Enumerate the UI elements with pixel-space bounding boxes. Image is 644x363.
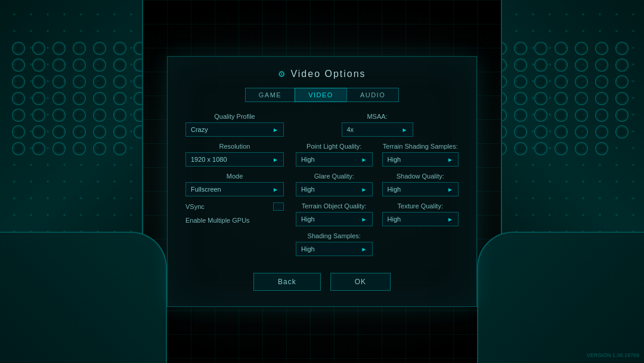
shadow-quality-label: Shadow Quality: bbox=[382, 173, 459, 180]
terrain-object-arrow: ► bbox=[361, 216, 367, 223]
right-sub-col: Terrain Shading Samples: High ► Shadow Q… bbox=[382, 143, 459, 262]
msaa-arrow: ► bbox=[402, 127, 408, 133]
texture-quality-value: High bbox=[388, 216, 401, 223]
terrain-object-value: High bbox=[301, 216, 315, 223]
tab-video[interactable]: VIDEO bbox=[295, 88, 346, 102]
right-column: MSAA: 4x ► Point Light Quality: High ► bbox=[296, 113, 459, 262]
resolution-label: Resolution bbox=[185, 143, 284, 150]
tab-audio[interactable]: AUDIO bbox=[346, 88, 399, 102]
mode-value: Fullscreen bbox=[191, 186, 221, 193]
point-light-arrow: ► bbox=[361, 156, 367, 163]
circle-grid-left bbox=[6, 36, 143, 161]
quality-profile-dropdown[interactable]: Crazy ► bbox=[185, 122, 284, 137]
shadow-quality-arrow: ► bbox=[447, 186, 453, 193]
content-area: Quality Profile Crazy ► Resolution 1920 … bbox=[185, 113, 459, 262]
glare-value: High bbox=[301, 186, 315, 193]
texture-quality-label: Texture Quality: bbox=[382, 202, 459, 210]
terrain-shading-value: High bbox=[388, 156, 401, 163]
terrain-object-label: Terrain Object Quality: bbox=[296, 202, 373, 210]
shading-samples-dropdown[interactable]: High ► bbox=[296, 242, 373, 256]
enable-gpus-row: Enable Multiple GPUs bbox=[185, 217, 284, 224]
point-light-dropdown[interactable]: High ► bbox=[296, 152, 373, 167]
shading-samples-label: Shading Samples: bbox=[296, 232, 373, 239]
ok-button[interactable]: OK bbox=[330, 273, 391, 291]
msaa-label: MSAA: bbox=[296, 113, 459, 120]
shading-samples-value: High bbox=[301, 245, 315, 253]
vsync-row: VSync bbox=[185, 202, 284, 211]
msaa-value: 4x bbox=[347, 126, 354, 133]
shadow-quality-value: High bbox=[388, 186, 401, 193]
terrain-object-group: Terrain Object Quality: High ► bbox=[296, 202, 373, 226]
terrain-shading-arrow: ► bbox=[447, 156, 453, 163]
resolution-arrow: ► bbox=[273, 156, 278, 163]
point-light-value: High bbox=[301, 156, 315, 163]
terrain-shading-dropdown[interactable]: High ► bbox=[382, 152, 459, 167]
msaa-dropdown[interactable]: 4x ► bbox=[342, 122, 413, 137]
point-light-group: Point Light Quality: High ► bbox=[296, 143, 373, 167]
circle-grid-right bbox=[501, 36, 638, 161]
texture-quality-dropdown[interactable]: High ► bbox=[382, 212, 459, 226]
shadow-quality-dropdown[interactable]: High ► bbox=[382, 182, 459, 196]
shading-samples-arrow: ► bbox=[361, 246, 367, 253]
resolution-value: 1920 x 1080 bbox=[191, 156, 227, 163]
glare-dropdown[interactable]: High ► bbox=[296, 182, 373, 196]
vsync-checkbox[interactable] bbox=[273, 202, 284, 211]
terrain-object-dropdown[interactable]: High ► bbox=[296, 212, 373, 226]
shading-samples-group: Shading Samples: High ► bbox=[296, 232, 373, 256]
vsync-label: VSync bbox=[185, 203, 205, 210]
enable-gpus-label: Enable Multiple GPUs bbox=[185, 217, 250, 224]
mode-arrow: ► bbox=[273, 186, 278, 193]
quality-profile-label: Quality Profile bbox=[185, 113, 284, 120]
left-column: Quality Profile Crazy ► Resolution 1920 … bbox=[185, 113, 284, 262]
video-options-dialog: ⚙ Video Options GAME VIDEO AUDIO Quality… bbox=[167, 56, 477, 307]
deco-bottom-left bbox=[0, 232, 167, 363]
dialog-title-bar: ⚙ Video Options bbox=[185, 69, 459, 79]
tab-bar: GAME VIDEO AUDIO bbox=[185, 88, 459, 102]
texture-quality-group: Texture Quality: High ► bbox=[382, 202, 459, 226]
mode-label: Mode bbox=[185, 173, 284, 180]
glare-label: Glare Quality: bbox=[296, 173, 373, 180]
deco-bottom-right bbox=[477, 232, 644, 363]
quality-profile-arrow: ► bbox=[273, 127, 278, 133]
resolution-dropdown[interactable]: 1920 x 1080 ► bbox=[185, 152, 284, 167]
texture-quality-arrow: ► bbox=[447, 216, 453, 223]
glare-arrow: ► bbox=[361, 186, 367, 193]
shadow-quality-group: Shadow Quality: High ► bbox=[382, 173, 459, 196]
terrain-shading-group: Terrain Shading Samples: High ► bbox=[382, 143, 459, 167]
version-watermark: VERSION 1.06.18769 bbox=[587, 352, 639, 358]
terrain-shading-label: Terrain Shading Samples: bbox=[382, 143, 459, 150]
dialog-buttons: Back OK bbox=[185, 273, 459, 291]
settings-icon: ⚙ bbox=[278, 69, 286, 79]
dialog-title-text: Video Options bbox=[290, 69, 366, 79]
mode-dropdown[interactable]: Fullscreen ► bbox=[185, 182, 284, 196]
point-light-label: Point Light Quality: bbox=[296, 143, 373, 150]
back-button[interactable]: Back bbox=[253, 273, 321, 291]
tab-game[interactable]: GAME bbox=[245, 88, 295, 102]
glare-quality-group: Glare Quality: High ► bbox=[296, 173, 373, 196]
left-sub-col: Point Light Quality: High ► Glare Qualit… bbox=[296, 143, 373, 262]
quality-profile-value: Crazy bbox=[191, 126, 208, 133]
quality-settings-grid: Point Light Quality: High ► Glare Qualit… bbox=[296, 143, 459, 262]
